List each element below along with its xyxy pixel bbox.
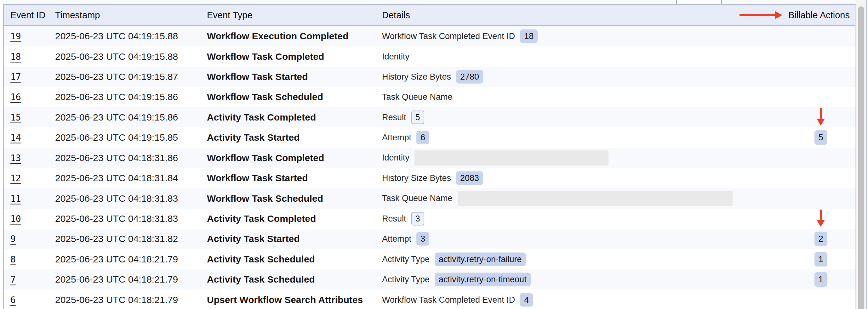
- detail-value-badge: 5: [411, 110, 424, 124]
- event-id-link[interactable]: 7: [10, 274, 16, 285]
- event-timestamp: 2025-06-23 UTC 04:18:31.82: [55, 234, 178, 244]
- event-details: Result 5: [382, 110, 780, 124]
- header-billable-actions: Billable Actions: [788, 10, 850, 20]
- event-timestamp: 2025-06-23 UTC 04:19:15.85: [55, 132, 178, 143]
- detail-label: History Size Bytes: [382, 173, 451, 183]
- detail-label: Identity: [382, 52, 409, 61]
- billable-actions-badge: 2: [814, 232, 827, 246]
- event-type: Activity Task Scheduled: [207, 254, 315, 265]
- event-id-link[interactable]: 6: [10, 295, 16, 305]
- event-details: Workflow Task Completed Event ID 18: [382, 30, 780, 43]
- event-id-link[interactable]: 16: [10, 92, 21, 102]
- event-id-link[interactable]: 17: [10, 72, 21, 82]
- detail-label: Identity: [382, 153, 409, 163]
- header-details: Details: [382, 10, 410, 20]
- detail-value-badge: activity.retry-on-timeout: [435, 273, 531, 286]
- table-row: 12 2025-06-23 UTC 04:18:31.84 Workflow T…: [4, 168, 856, 188]
- billable-actions-cell: [786, 168, 856, 188]
- table-body: 19 2025-06-23 UTC 04:19:15.88 Workflow E…: [4, 26, 856, 309]
- event-id-link[interactable]: 18: [10, 51, 21, 62]
- scrollbar-thumb[interactable]: [858, 6, 864, 309]
- billable-actions-cell: [786, 26, 856, 46]
- event-details: Attempt 3: [382, 232, 780, 246]
- table-row: 19 2025-06-23 UTC 04:19:15.88 Workflow E…: [4, 26, 856, 46]
- detail-label: Activity Type: [382, 254, 430, 264]
- event-type: Workflow Task Started: [207, 71, 308, 82]
- event-type: Activity Task Completed: [207, 213, 316, 224]
- detail-value-badge: 18: [520, 30, 538, 43]
- event-id-link[interactable]: 15: [10, 112, 21, 123]
- billable-actions-cell: [786, 148, 856, 168]
- partial-cutoff-element: [676, 0, 722, 4]
- table-row: 11 2025-06-23 UTC 04:18:31.83 Workflow T…: [4, 188, 856, 208]
- event-id-link[interactable]: 12: [10, 173, 21, 183]
- billable-actions-cell: 2: [786, 229, 856, 249]
- detail-label: Workflow Task Completed Event ID: [382, 295, 515, 305]
- event-details: Identity: [382, 52, 780, 61]
- event-timestamp: 2025-06-23 UTC 04:18:21.79: [55, 274, 178, 285]
- detail-label: Attempt: [382, 133, 411, 142]
- event-timestamp: 2025-06-23 UTC 04:19:15.86: [55, 92, 178, 102]
- table-row: 16 2025-06-23 UTC 04:19:15.86 Workflow T…: [4, 87, 856, 107]
- event-id-link[interactable]: 10: [10, 214, 21, 224]
- detail-label: Task Queue Name: [382, 92, 453, 102]
- event-timestamp: 2025-06-23 UTC 04:18:31.84: [55, 173, 178, 183]
- event-details: History Size Bytes 2780: [382, 70, 780, 84]
- detail-value-badge: 6: [416, 131, 429, 144]
- billable-actions-cell: 5: [786, 128, 856, 147]
- event-type: Workflow Execution Completed: [207, 31, 349, 41]
- event-type: Workflow Task Scheduled: [207, 193, 323, 204]
- billable-actions-cell: 1: [786, 249, 856, 269]
- vertical-scrollbar[interactable]: [856, 0, 866, 309]
- event-id-link[interactable]: 14: [10, 133, 21, 143]
- billable-actions-cell: [786, 209, 856, 229]
- event-id-link[interactable]: 13: [10, 152, 21, 163]
- detail-value-badge: 3: [416, 232, 429, 246]
- event-id-link[interactable]: 11: [10, 193, 21, 204]
- detail-label: Attempt: [382, 234, 411, 244]
- detail-label: Task Queue Name: [382, 194, 453, 203]
- arrow-shaft: [820, 108, 822, 118]
- detail-label: Result: [382, 112, 406, 122]
- event-details: History Size Bytes 2083: [382, 171, 780, 185]
- event-type: Workflow Task Scheduled: [207, 92, 323, 102]
- event-id-link[interactable]: 9: [10, 234, 16, 244]
- table-row: 14 2025-06-23 UTC 04:19:15.85 Activity T…: [4, 128, 856, 147]
- event-timestamp: 2025-06-23 UTC 04:18:21.79: [55, 295, 178, 305]
- arrow-head: [817, 118, 825, 126]
- event-timestamp: 2025-06-23 UTC 04:18:31.86: [55, 152, 178, 163]
- detail-label: Result: [382, 214, 406, 224]
- billable-actions-badge: 1: [814, 252, 827, 267]
- event-details: Task Queue Name: [382, 92, 780, 102]
- event-timestamp: 2025-06-23 UTC 04:18:31.83: [55, 193, 178, 204]
- table-row: 15 2025-06-23 UTC 04:19:15.86 Activity T…: [4, 107, 856, 128]
- arrow-head: [775, 11, 782, 19]
- top-strip: [0, 0, 868, 4]
- billable-actions-cell: [786, 107, 856, 128]
- billable-actions-cell: [786, 87, 856, 107]
- annotation-arrow-down-icon: [817, 210, 825, 227]
- event-type: Activity Task Started: [207, 234, 300, 244]
- event-timestamp: 2025-06-23 UTC 04:19:15.86: [55, 112, 178, 123]
- event-id-link[interactable]: 8: [10, 254, 16, 264]
- event-id-link[interactable]: 19: [10, 31, 21, 41]
- billable-actions-cell: [786, 289, 856, 309]
- table-row: 6 2025-06-23 UTC 04:18:21.79 Upsert Work…: [4, 289, 856, 309]
- table-header-row: Event ID Timestamp Event Type Details Bi…: [4, 5, 856, 26]
- table-row: 13 2025-06-23 UTC 04:18:31.86 Workflow T…: [4, 148, 856, 168]
- redacted-value: [414, 150, 609, 166]
- billable-actions-cell: [786, 67, 856, 87]
- event-type: Workflow Task Started: [207, 173, 308, 183]
- arrow-shaft: [740, 14, 775, 16]
- detail-label: Workflow Task Completed Event ID: [382, 31, 515, 41]
- event-timestamp: 2025-06-23 UTC 04:19:15.88: [55, 51, 178, 62]
- event-type: Workflow Task Completed: [207, 152, 324, 163]
- event-type: Workflow Task Completed: [207, 51, 324, 62]
- event-type: Activity Task Completed: [207, 112, 316, 123]
- event-timestamp: 2025-06-23 UTC 04:19:15.88: [55, 31, 178, 41]
- detail-value-badge: 4: [520, 293, 533, 307]
- header-event-type: Event Type: [207, 10, 253, 20]
- event-timestamp: 2025-06-23 UTC 04:19:15.87: [55, 71, 178, 82]
- header-event-id: Event ID: [10, 10, 45, 20]
- detail-value-badge: 2083: [456, 171, 483, 185]
